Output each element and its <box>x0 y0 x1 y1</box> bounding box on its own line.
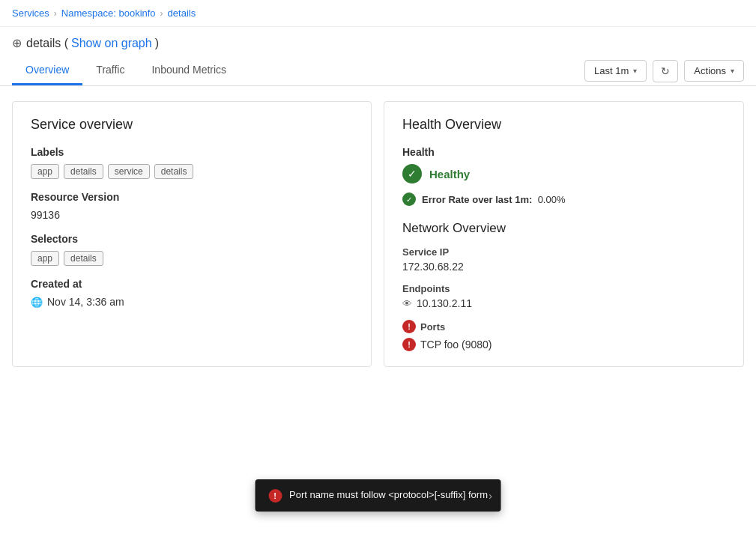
breadcrumb: Services › Namespace: bookinfo › details <box>0 0 756 27</box>
time-range-arrow: ▾ <box>633 67 637 75</box>
label-tag-details-1: details <box>64 164 103 179</box>
resource-version-value: 99136 <box>31 209 353 221</box>
actions-label: Actions <box>694 65 726 76</box>
created-at-heading: Created at <box>31 278 353 290</box>
labels-heading: Labels <box>31 146 353 158</box>
labels-tags-row: app details service details <box>31 164 353 179</box>
selector-tag-details: details <box>64 251 103 266</box>
endpoints-value: 10.130.2.11 <box>417 297 472 309</box>
breadcrumb-details[interactable]: details <box>168 7 196 19</box>
refresh-button[interactable]: ↻ <box>653 60 678 82</box>
health-network-panel: Health Overview Health ✓ Healthy ✓ Error… <box>384 101 744 367</box>
service-overview-panel: Service overview Labels app details serv… <box>12 101 372 367</box>
error-rate-check-icon: ✓ <box>402 192 416 206</box>
show-on-graph-link[interactable]: Show on graph <box>71 37 152 50</box>
health-check-icon: ✓ <box>402 164 422 183</box>
label-tag-service: service <box>108 164 150 179</box>
port-item-0: ! TCP foo (9080) <box>402 338 725 351</box>
health-status-label: Healthy <box>429 168 470 180</box>
error-rate-label: Error Rate over last 1m: 0.00% <box>422 194 566 205</box>
error-rate-value: 0.00% <box>538 194 566 205</box>
network-overview-title: Network Overview <box>402 221 725 236</box>
tabs-toolbar: Overview Traffic Inbound Metrics Last 1m… <box>0 56 756 86</box>
main-content: Service overview Labels app details serv… <box>0 86 756 382</box>
service-overview-title: Service overview <box>31 117 353 133</box>
label-tag-details-2: details <box>154 164 194 179</box>
health-overview-title: Health Overview <box>402 117 725 133</box>
port-error-icon: ! <box>402 338 416 351</box>
time-range-dropdown[interactable]: Last 1m ▾ <box>584 60 647 82</box>
refresh-icon: ↻ <box>661 65 670 77</box>
endpoints-row: 👁 10.130.2.11 <box>402 297 725 309</box>
error-rate-row: ✓ Error Rate over last 1m: 0.00% <box>402 192 725 206</box>
resource-version-heading: Resource Version <box>31 191 353 203</box>
label-tag-app: app <box>31 164 59 179</box>
created-at-row: 🌐 Nov 14, 3:36 am <box>31 296 353 308</box>
selector-tag-app: app <box>31 251 59 266</box>
breadcrumb-sep-1: › <box>54 8 57 19</box>
actions-arrow: ▾ <box>731 67 734 75</box>
page-title-row: ⊕ details ( Show on graph ) <box>0 27 756 50</box>
globe-icon: ⊕ <box>12 36 22 50</box>
ports-error-icon: ! <box>402 320 416 333</box>
created-at-value: Nov 14, 3:36 am <box>47 296 124 308</box>
breadcrumb-services[interactable]: Services <box>12 7 49 19</box>
page-title-text: details ( <box>26 37 68 50</box>
ports-header-row: ! Ports <box>402 320 725 333</box>
tab-inbound-metrics[interactable]: Inbound Metrics <box>138 56 240 85</box>
actions-dropdown[interactable]: Actions ▾ <box>684 60 744 82</box>
tab-overview[interactable]: Overview <box>12 56 82 85</box>
eye-icon: 👁 <box>402 298 412 309</box>
created-globe-icon: 🌐 <box>31 297 43 308</box>
health-label: Health <box>402 146 725 158</box>
ports-label: Ports <box>420 321 445 333</box>
service-ip-label: Service IP <box>402 246 725 258</box>
toolbar: Last 1m ▾ ↻ Actions ▾ <box>584 60 744 82</box>
health-status-row: ✓ Healthy <box>402 164 725 183</box>
page-title-close-paren: ) <box>155 37 159 50</box>
tabs-container: Overview Traffic Inbound Metrics <box>12 56 240 85</box>
tab-traffic[interactable]: Traffic <box>82 56 138 85</box>
breadcrumb-namespace[interactable]: Namespace: bookinfo <box>61 7 156 19</box>
selectors-tags-row: app details <box>31 251 353 266</box>
breadcrumb-sep-2: › <box>160 8 163 19</box>
service-ip-value: 172.30.68.22 <box>402 261 725 273</box>
endpoints-label: Endpoints <box>402 283 725 294</box>
time-range-label: Last 1m <box>594 65 629 76</box>
port-value-0: TCP foo (9080) <box>420 339 492 351</box>
selectors-heading: Selectors <box>31 233 353 245</box>
